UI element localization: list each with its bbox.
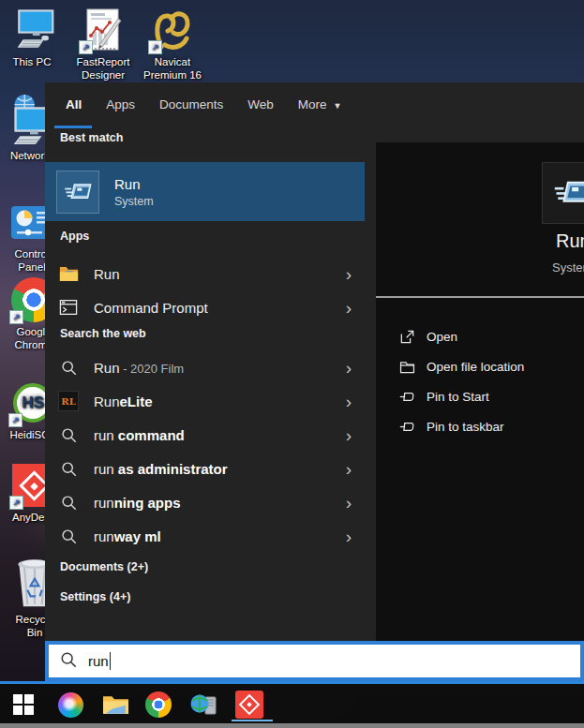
best-match-subtitle: System bbox=[114, 195, 154, 208]
best-match-header: Best match bbox=[60, 131, 123, 144]
preview-title: Run bbox=[556, 230, 584, 252]
this-pc-icon bbox=[9, 7, 54, 52]
shortcut-arrow-badge: ↗ bbox=[148, 40, 162, 54]
chevron-right-icon[interactable]: › bbox=[346, 393, 352, 410]
chevron-right-icon[interactable]: › bbox=[346, 299, 352, 317]
chevron-right-icon[interactable]: › bbox=[346, 494, 352, 512]
search-icon bbox=[58, 492, 79, 513]
settings-section-header[interactable]: Settings (4+) bbox=[60, 590, 130, 603]
action-pin-to-start[interactable]: Pin to Start bbox=[376, 381, 584, 411]
desktop-icon-label: Network bbox=[10, 149, 50, 162]
pin-icon bbox=[398, 418, 415, 435]
navicat-icon: ↗ bbox=[150, 7, 195, 52]
web-result-runelite[interactable]: RL RuneLite › bbox=[45, 384, 365, 418]
chevron-right-icon[interactable]: › bbox=[346, 426, 352, 444]
network-app-icon bbox=[189, 691, 217, 718]
taskbar-search-input[interactable]: run bbox=[45, 641, 584, 681]
runelite-icon: RL bbox=[58, 391, 79, 411]
search-icon bbox=[58, 526, 79, 546]
search-icon bbox=[58, 424, 79, 445]
search-flyout: All Apps Documents Web More▼ Best match … bbox=[45, 82, 584, 641]
web-result-runway-ml[interactable]: runway ml › bbox=[45, 519, 365, 553]
desktop-screen: This PC ↗ FastReport Designer bbox=[0, 0, 584, 728]
tab-apps[interactable]: Apps bbox=[106, 97, 135, 111]
desktop-icon-fastreport[interactable]: ↗ FastReport Designer bbox=[73, 7, 133, 82]
preview-panel: Run System Open Open file location bbox=[376, 142, 584, 641]
shortcut-arrow-badge: ↗ bbox=[9, 310, 23, 324]
web-result-run-command[interactable]: run command › bbox=[45, 418, 365, 452]
tab-web[interactable]: Web bbox=[247, 97, 274, 111]
copilot-icon bbox=[58, 692, 83, 718]
chevron-right-icon[interactable]: › bbox=[346, 527, 352, 545]
screen-bottom-strip bbox=[0, 723, 584, 728]
desktop-icon-label: Navicat Premium 16 bbox=[141, 55, 204, 82]
run-icon bbox=[542, 162, 584, 224]
chevron-right-icon[interactable]: › bbox=[346, 359, 352, 377]
folder-icon bbox=[58, 263, 79, 284]
pin-icon bbox=[398, 388, 415, 405]
taskbar-network-app-button[interactable] bbox=[187, 689, 219, 721]
shortcut-arrow-badge: ↗ bbox=[8, 413, 22, 427]
desktop-icon-label: FastReport Designer bbox=[73, 55, 133, 82]
chevron-right-icon[interactable]: › bbox=[346, 265, 352, 283]
run-icon bbox=[56, 171, 99, 214]
search-icon bbox=[58, 357, 79, 378]
active-tab-indicator bbox=[54, 126, 92, 128]
taskbar-chrome-button[interactable] bbox=[142, 689, 174, 721]
open-icon bbox=[398, 328, 415, 345]
app-result-command-prompt[interactable]: Command Prompt › bbox=[45, 290, 365, 324]
taskbar-copilot-button[interactable] bbox=[54, 689, 86, 721]
active-app-indicator bbox=[232, 720, 273, 721]
tab-all[interactable]: All bbox=[66, 97, 82, 111]
chevron-right-icon[interactable]: › bbox=[346, 460, 352, 478]
text-caret bbox=[110, 652, 111, 670]
search-icon bbox=[60, 651, 77, 672]
desktop-icon-label: This PC bbox=[13, 55, 52, 68]
desktop-icon-this-pc[interactable]: This PC bbox=[5, 7, 59, 68]
desktop-icon-navicat[interactable]: ↗ Navicat Premium 16 bbox=[141, 7, 204, 82]
shortcut-arrow-badge: ↗ bbox=[9, 496, 23, 510]
windows-logo-icon bbox=[13, 694, 34, 715]
action-open[interactable]: Open bbox=[376, 321, 584, 351]
tab-documents[interactable]: Documents bbox=[159, 97, 223, 111]
chevron-down-icon: ▼ bbox=[334, 101, 342, 111]
preview-divider bbox=[376, 296, 584, 298]
web-section-header: Search the web bbox=[60, 327, 146, 340]
preview-subtitle: System bbox=[552, 260, 584, 275]
action-pin-to-taskbar[interactable]: Pin to taskbar bbox=[376, 411, 584, 441]
open-file-location-icon bbox=[398, 358, 415, 375]
web-result-run-as-administrator[interactable]: run as administrator › bbox=[45, 452, 365, 485]
taskbar-anydesk-button[interactable] bbox=[233, 689, 265, 721]
chrome-icon bbox=[145, 691, 172, 718]
shortcut-arrow-badge: ↗ bbox=[79, 40, 93, 54]
web-result-running-apps[interactable]: running apps › bbox=[45, 485, 365, 519]
search-input-value: run bbox=[88, 653, 109, 669]
app-result-run[interactable]: Run › bbox=[45, 257, 365, 290]
apps-section-header: Apps bbox=[60, 230, 89, 243]
taskbar-file-explorer-button[interactable] bbox=[99, 689, 131, 721]
fastreport-icon: ↗ bbox=[81, 7, 126, 52]
start-button[interactable] bbox=[7, 689, 39, 721]
best-match-title: Run bbox=[114, 176, 154, 192]
file-explorer-icon bbox=[102, 693, 129, 717]
web-result-run-2020-film[interactable]: Run - 2020 Film › bbox=[45, 350, 365, 384]
command-prompt-icon bbox=[58, 297, 79, 318]
search-filter-tabs: All Apps Documents Web More▼ bbox=[66, 97, 342, 111]
documents-section-header[interactable]: Documents (2+) bbox=[60, 560, 148, 573]
taskbar bbox=[0, 681, 584, 723]
tab-more[interactable]: More▼ bbox=[298, 97, 342, 111]
action-open-file-location[interactable]: Open file location bbox=[376, 351, 584, 381]
anydesk-icon bbox=[235, 691, 263, 719]
search-icon bbox=[58, 458, 79, 479]
best-match-result-run[interactable]: Run System bbox=[45, 162, 365, 221]
